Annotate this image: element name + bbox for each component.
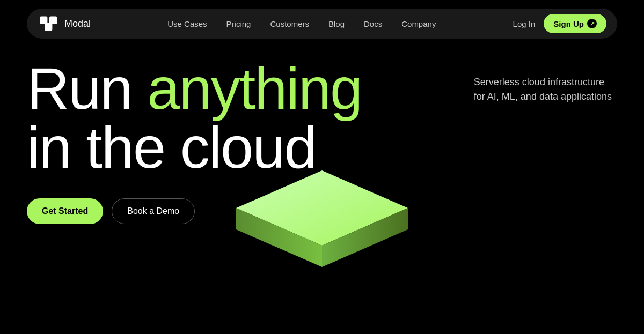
nav-use-cases[interactable]: Use Cases <box>167 19 207 28</box>
svg-rect-0 <box>40 17 47 24</box>
3d-shape-svg <box>225 160 419 267</box>
nav-customers[interactable]: Customers <box>270 19 309 28</box>
nav-links: Use Cases Pricing Customers Blog Docs Co… <box>167 19 436 28</box>
hero-visual <box>215 160 429 278</box>
subtitle-line2: for AI, ML, and data applications <box>474 91 612 102</box>
subtitle-line1: Serverless cloud infrastructure <box>474 77 604 87</box>
hero-subtitle: Serverless cloud infrastructure for AI, … <box>474 75 612 104</box>
logo-link[interactable]: Modal <box>40 16 91 31</box>
nav-docs[interactable]: Docs <box>364 19 382 28</box>
3d-shape <box>225 160 419 267</box>
svg-rect-2 <box>45 23 52 31</box>
signup-arrow-icon: ↗ <box>587 19 597 28</box>
svg-rect-1 <box>49 17 57 24</box>
nav-blog[interactable]: Blog <box>328 19 345 28</box>
nav-actions: Log In Sign Up ↗ <box>513 14 606 33</box>
main-nav: Modal Use Cases Pricing Customers Blog D… <box>27 9 617 39</box>
signup-link[interactable]: Sign Up ↗ <box>544 14 606 33</box>
headline-text-run: Run <box>27 55 147 121</box>
headline-highlight: anything <box>147 55 362 121</box>
signup-label: Sign Up <box>553 19 584 28</box>
login-link[interactable]: Log In <box>513 19 536 28</box>
nav-pricing[interactable]: Pricing <box>226 19 251 28</box>
book-demo-button[interactable]: Book a Demo <box>112 198 195 224</box>
brand-name: Modal <box>64 18 91 29</box>
get-started-button[interactable]: Get Started <box>27 198 103 224</box>
nav-company[interactable]: Company <box>401 19 436 28</box>
modal-logo-icon <box>40 16 59 31</box>
